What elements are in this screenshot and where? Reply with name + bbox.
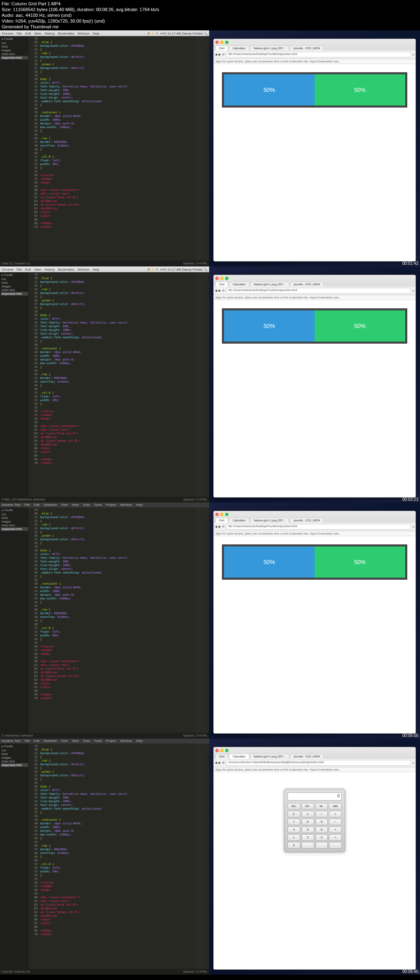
status-bar: Line 69, Column 24Spaces: 2 HTML	[0, 969, 209, 975]
calc-button[interactable]: 0	[288, 842, 300, 849]
browser-window: Grid Calculator feature-grid-1.png (397.…	[213, 39, 416, 262]
calc-button[interactable]: ×	[329, 811, 342, 817]
editor-sidebar[interactable]: ▸ Foodle css fonts images index.html res…	[0, 36, 29, 261]
browser-window: Grid Calculator feature-grid-1.png (397.…	[213, 275, 416, 498]
minimap[interactable]	[197, 744, 209, 969]
url-bar[interactable]: chrome-extension://dacidbfdkdfkdoessemdj…	[226, 760, 411, 766]
forward-icon[interactable]: ▶	[219, 289, 221, 292]
maximize-icon[interactable]	[225, 277, 228, 280]
mac-menubar[interactable]: ChromeFileEditViewHistoryBookmarksWindow…	[0, 266, 209, 272]
calc-button[interactable]: 1	[288, 834, 300, 841]
close-icon[interactable]	[215, 277, 219, 280]
tab-calculator[interactable]: Calculator	[229, 46, 249, 50]
minimap[interactable]	[197, 272, 209, 497]
calc-button[interactable]: 2	[301, 834, 314, 841]
calc-button[interactable]: ±	[301, 811, 314, 817]
browser-tabs[interactable]: Grid Calculator feature-grid-1.png (397.…	[214, 282, 415, 287]
calc-button[interactable]: 6	[315, 826, 328, 833]
column-green: 50%	[315, 74, 405, 106]
calc-button[interactable]: +	[329, 826, 342, 833]
calc-button[interactable]: MC	[288, 803, 300, 810]
reload-icon[interactable]: ⟳	[222, 53, 225, 56]
status-bar: 3 files, 23 characters selectedSpaces: 2…	[0, 497, 209, 503]
grid-container: 50% 50%	[222, 72, 407, 108]
calc-button[interactable]: MR	[329, 803, 342, 810]
calc-button[interactable]: 8	[301, 819, 314, 825]
url-bar[interactable]: file:///Users/macbook/Desktop/Foodle/res…	[226, 524, 411, 530]
calc-button[interactable]: M-	[315, 803, 328, 810]
timestamp: 00:05:05	[402, 733, 418, 738]
code-editor[interactable]: 19 20.blue {21 background-color: #3498db…	[29, 507, 197, 733]
calc-button[interactable]	[329, 842, 342, 849]
forward-icon[interactable]: ▶	[219, 53, 221, 56]
url-bar[interactable]: file:///Users/macbook/Desktop/Foodle/res…	[226, 288, 411, 294]
menu-icon[interactable]: ≡	[413, 289, 414, 292]
minimize-icon[interactable]	[220, 277, 224, 280]
browser-window: Grid Calculator feature-grid-1.png (397.…	[213, 511, 416, 734]
bookmark-bar[interactable]: Apps for quick access, place your bookma…	[214, 59, 415, 64]
calc-button[interactable]: 7	[288, 819, 300, 825]
status-bar: 2 characters selectedSpaces: 2 HTML	[0, 733, 209, 739]
code-editor[interactable]: 19 20.blue {21 background-color: #3498db…	[29, 272, 197, 497]
editor-sidebar[interactable]: ▸ Foodle css fonts images index.html res…	[0, 744, 29, 969]
timestamp: 00:06:45	[402, 969, 418, 974]
minimap[interactable]	[197, 507, 209, 733]
minimap[interactable]	[197, 36, 209, 261]
grid-container: 50% 50%	[222, 308, 407, 344]
grid-container: 50% 50%	[222, 544, 407, 580]
tab-image[interactable]: feature-grid-1.png (397...	[250, 46, 289, 50]
timestamp: 00:03:23	[402, 497, 418, 502]
status-bar: Line 12, Column 11Spaces: 2 HTML	[0, 261, 209, 266]
calc-button[interactable]: ÷	[315, 811, 328, 817]
file-info: File: Column Grid Part 1.MP4 Size: 11156…	[0, 0, 420, 30]
calc-button[interactable]: .	[301, 842, 314, 849]
calc-button[interactable]: 9	[315, 819, 328, 825]
thumbnail-frame-3: Sublime TextFileEditSelectionFindViewGot…	[0, 503, 420, 739]
calc-button[interactable]: C	[288, 811, 300, 817]
calc-button[interactable]: 4	[288, 826, 300, 833]
calculator: 0 MCM+M-MRC±÷×789−456+123=0.	[284, 789, 345, 852]
calc-display: 0	[288, 792, 342, 801]
minimize-icon[interactable]	[220, 41, 224, 44]
calc-buttons: MCM+M-MRC±÷×789−456+123=0.	[288, 803, 342, 849]
page-content: 50% 50%	[214, 64, 415, 261]
calc-button[interactable]: M+	[301, 803, 314, 810]
editor-sidebar[interactable]: ▸ Foodle css fonts images index.html res…	[0, 272, 29, 497]
url-bar[interactable]: file:///Users/macbook/Desktop/Foodle/res…	[226, 52, 411, 57]
timestamp: 00:01:42	[402, 261, 418, 266]
column-blue: 50%	[224, 74, 315, 106]
maximize-icon[interactable]	[225, 41, 228, 44]
thumbnail-frame-2: ChromeFileEditViewHistoryBookmarksWindow…	[0, 266, 420, 503]
close-icon[interactable]	[215, 41, 219, 44]
code-editor[interactable]: 19 20.blue {21 background-color: #3498db…	[29, 744, 197, 969]
reload-icon[interactable]: ⟳	[222, 289, 225, 292]
back-icon[interactable]: ◀	[215, 289, 217, 292]
menu-icon[interactable]: ≡	[413, 53, 414, 56]
calc-button[interactable]: 3	[315, 834, 328, 841]
thumbnail-frame-4: Sublime TextFileEditSelectionFindViewGot…	[0, 739, 420, 975]
back-icon[interactable]: ◀	[215, 53, 217, 56]
code-editor[interactable]: 19 20.blue {21 background-color: #3498db…	[29, 36, 197, 261]
tab-grid[interactable]: Grid	[215, 46, 228, 50]
calc-button[interactable]	[315, 842, 328, 849]
calc-button[interactable]: 5	[301, 826, 314, 833]
browser-window: Grid Calculator feature-grid-1.png (397.…	[213, 747, 416, 970]
sublime-menubar[interactable]: Sublime TextFileEditSelectionFindViewGot…	[0, 503, 209, 507]
calc-button[interactable]: −	[329, 819, 342, 825]
browser-tabs[interactable]: Grid Calculator feature-grid-1.png (397.…	[214, 46, 415, 50]
calc-button[interactable]: =	[329, 834, 342, 841]
thumbnail-frame-1: ChromeFileEditViewHistoryBookmarksWindow…	[0, 30, 420, 266]
sublime-menubar[interactable]: Sublime TextFileEditSelectionFindViewGot…	[0, 739, 209, 744]
editor-sidebar[interactable]: ▸ Foodle css fonts images index.html res…	[0, 507, 29, 733]
tab-mdn[interactable]: jmovila - CSS | MDN	[290, 46, 324, 50]
mac-menubar[interactable]: ChromeFileEditViewHistoryBookmarksWindow…	[0, 30, 209, 36]
